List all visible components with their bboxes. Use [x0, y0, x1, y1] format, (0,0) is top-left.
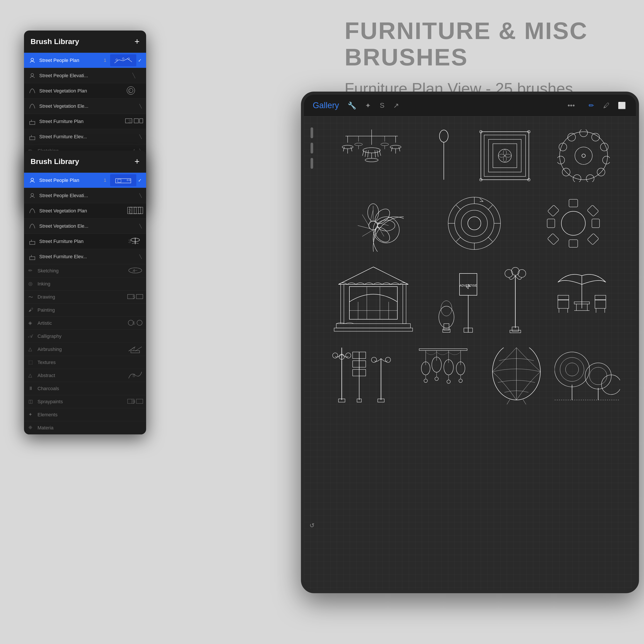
smudge-tool-icon[interactable]: 🖊 [601, 100, 612, 111]
more-options-icon[interactable]: ••• [567, 101, 575, 109]
brush-item-b-people-elev[interactable]: Street People Elevati... ╲ [24, 188, 146, 203]
cat-b-calligraphy[interactable]: 𝒜 Calligraphy [24, 330, 146, 343]
svg-point-172 [116, 59, 118, 61]
svg-point-78 [561, 211, 585, 235]
svg-point-43 [603, 156, 610, 164]
b-check-icon-1: ✓ [138, 178, 142, 183]
brush-item-street-people-plan[interactable]: Street People Plan 1 ✓ [24, 53, 146, 68]
brush-item-b-street-people-plan[interactable]: Street People Plan 1 ✓ [24, 173, 146, 188]
svg-line-64 [362, 215, 369, 225]
b-arrow-veg: ╲ [139, 224, 142, 229]
brush-item-furn-elev[interactable]: Street Furniture Elev... ╲ [24, 129, 146, 144]
ipad-canvas: ↺ [304, 116, 636, 590]
brush-b-section-3[interactable]: Street Furniture Plan 3 [24, 234, 146, 249]
svg-line-207 [129, 347, 135, 351]
svg-rect-119 [595, 295, 606, 300]
cursor-icon[interactable]: ✦ [365, 101, 371, 110]
brush-item-street-people-elev[interactable]: Street People Elevati... ╲ [24, 68, 146, 83]
brush-section-3[interactable]: Street Furniture Plan 3 [24, 114, 146, 129]
cat-b-abstract[interactable]: △ Abstract 8 [24, 369, 146, 382]
svg-point-129 [346, 353, 351, 358]
svg-point-138 [385, 357, 391, 362]
svg-point-148 [435, 377, 438, 381]
svg-point-174 [128, 58, 130, 60]
brush-item-b-veg-elev[interactable]: Street Vegetation Ele... ╲ [24, 219, 146, 234]
gallery-button[interactable]: Gallery [313, 101, 339, 110]
brush-item-veg-elev[interactable]: Street Vegetation Ele... ╲ [24, 99, 146, 114]
cat-name-b-elem: Elements [38, 412, 58, 418]
svg-line-10 [365, 150, 366, 157]
svg-line-160 [523, 400, 527, 404]
chandelier-item [335, 130, 409, 182]
cat-b-materia[interactable]: ❈ Materia [24, 421, 146, 434]
cat-b-sketching[interactable]: ✏ Sketching 4 [24, 264, 146, 277]
cat-b-artistic[interactable]: ◈ Artistic 6 [24, 317, 146, 330]
svg-point-127 [333, 353, 338, 358]
section-num-1: 1 [104, 58, 106, 63]
brush-item-b-furn-elev[interactable]: Street Furniture Elev... ╲ [24, 249, 146, 264]
cat-b-charcoals[interactable]: ⏸ Charcoals [24, 382, 146, 395]
cat-b-spraypaints[interactable]: ◫ Spraypaints 9 [24, 395, 146, 408]
svg-point-54 [372, 206, 392, 226]
svg-rect-79 [569, 199, 578, 207]
svg-rect-97 [334, 328, 413, 331]
utensil-item [435, 130, 453, 182]
spiral-stair-item [446, 195, 503, 252]
svg-point-164 [565, 363, 579, 376]
brush-panel-top-add-button[interactable]: + [135, 37, 140, 46]
svg-rect-183 [30, 137, 35, 140]
svg-point-16 [365, 158, 378, 162]
brush-b-section-2[interactable]: Street Vegetation Plan 2 [24, 203, 146, 219]
svg-point-42 [600, 143, 608, 151]
b-arrow-2: ╲ [139, 193, 142, 198]
cat-name-b-char: Charcoals [38, 386, 59, 391]
brush-item-name-2: Street People Elevati... [39, 73, 142, 79]
cat-name-b-spray: Spraypaints [38, 399, 63, 405]
cat-name-b-mat: Materia [38, 425, 53, 431]
svg-point-8 [363, 148, 380, 153]
cat-name-b-air: Airbrushing [38, 347, 62, 352]
svg-rect-192 [130, 207, 132, 214]
cat-b-painting[interactable]: 🖌 Painting [24, 304, 146, 317]
svg-point-163 [560, 357, 584, 381]
wrench-icon[interactable]: 🔧 [348, 101, 356, 110]
brush-panel-bottom-add-button[interactable]: + [135, 157, 140, 166]
brush-item-name-3: Street Vegetation Plan [39, 88, 128, 94]
cat-b-textures[interactable]: ⬚ Textures [24, 356, 146, 369]
arrow-furn: ╲ [139, 134, 142, 139]
cat-b-airbrush[interactable]: △ Airbrushing 7 [24, 343, 146, 356]
svg-rect-118 [595, 300, 606, 308]
transform-icon[interactable]: S [380, 101, 384, 109]
cat-b-inking[interactable]: ◎ Inking [24, 277, 146, 290]
cat-b-elements[interactable]: ✦ Elements [24, 408, 146, 421]
svg-point-48 [557, 156, 565, 164]
cat-b-drawing[interactable]: 〜 Drawing 5 [24, 290, 146, 304]
cat-name-b-sketch: Sketching [38, 268, 59, 274]
svg-rect-80 [587, 205, 599, 217]
check-icon-1: ✓ [138, 58, 142, 63]
svg-line-73 [488, 237, 492, 241]
arrow-veg: ╲ [139, 104, 142, 109]
ipad-mockup: Gallery 🔧 ✦ S ↗ ••• ✏ 🖊 ⬜ ↺ [301, 92, 639, 593]
erase-tool-icon[interactable]: ⬜ [616, 100, 627, 111]
svg-rect-115 [558, 295, 569, 300]
svg-line-5 [351, 147, 352, 151]
brush-panel-top-title: Brush Library [31, 37, 79, 46]
table-chairs-item [545, 195, 602, 252]
svg-line-19 [391, 147, 392, 151]
svg-point-185 [31, 178, 34, 181]
brush-tool-icon[interactable]: ✏ [586, 100, 597, 111]
svg-rect-194 [138, 207, 141, 214]
paint-icon-b: 🖌 [28, 307, 34, 313]
brush-section-2[interactable]: Street Vegetation Plan 2 [24, 83, 146, 99]
trees-item [555, 348, 620, 404]
svg-point-162 [555, 352, 589, 387]
select-icon[interactable]: ↗ [393, 101, 399, 110]
b-preview-abs [126, 371, 144, 380]
svg-point-205 [128, 320, 133, 325]
svg-point-69 [468, 217, 481, 230]
svg-rect-112 [510, 330, 521, 333]
cat-name-b-draw: Drawing [38, 294, 55, 300]
svg-point-49 [559, 143, 567, 151]
svg-rect-210 [128, 399, 134, 403]
